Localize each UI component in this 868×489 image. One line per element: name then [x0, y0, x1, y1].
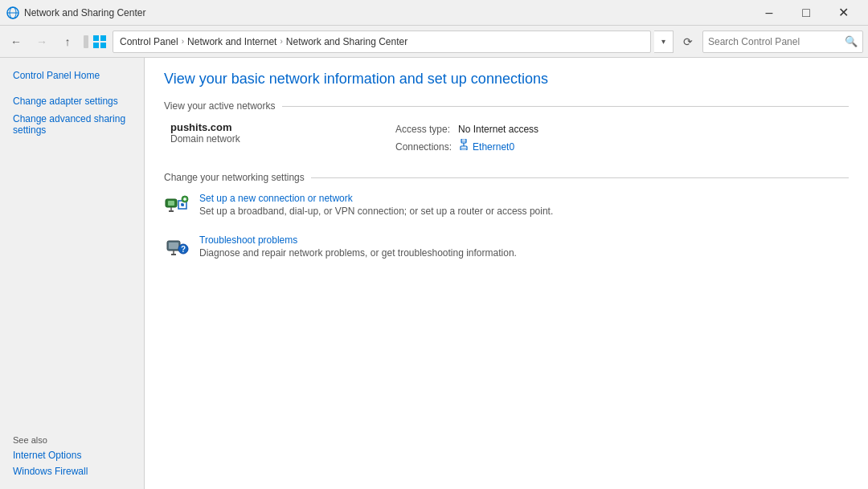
access-type-label: Access type:: [395, 121, 452, 139]
forward-button[interactable]: →: [31, 31, 53, 53]
svg-rect-19: [169, 210, 174, 212]
close-button[interactable]: ✕: [825, 0, 862, 26]
svg-text:?: ?: [181, 245, 186, 254]
sidebar-bottom: See also Internet Options Windows Firewa…: [0, 417, 144, 479]
network-right: Access type: Connections: No Internet ac…: [395, 121, 538, 156]
sidebar: Control Panel Home Change adapter settin…: [0, 58, 145, 489]
sidebar-top: Control Panel Home Change adapter settin…: [0, 67, 144, 138]
svg-rect-27: [169, 242, 178, 249]
maximize-button[interactable]: □: [788, 0, 825, 26]
window-controls: – □ ✕: [751, 0, 862, 26]
network-left: pushits.com Domain network: [170, 121, 395, 156]
sidebar-home-link[interactable]: Control Panel Home: [0, 67, 144, 84]
main-layout: Control Panel Home Change adapter settin…: [0, 58, 868, 489]
connections-label: Connections:: [395, 139, 452, 157]
troubleshoot-icon: ?: [164, 234, 190, 260]
network-name: pushits.com: [170, 121, 379, 133]
content-area: View your basic network information and …: [145, 58, 868, 489]
active-networks-header: View your active networks: [164, 100, 849, 112]
settings-item-troubleshoot: ? Troubleshoot problems Diagnose and rep…: [164, 234, 849, 260]
new-connection-desc: Set up a broadband, dial-up, or VPN conn…: [199, 206, 553, 217]
search-input[interactable]: [708, 36, 845, 47]
breadcrumb-network-internet[interactable]: Network and Internet: [187, 36, 276, 47]
sidebar-adapter-settings[interactable]: Change adapter settings: [0, 93, 144, 109]
section-divider-2: [311, 177, 849, 178]
svg-rect-29: [171, 254, 176, 255]
ethernet-icon: [458, 139, 469, 157]
title-bar: Network and Sharing Center – □ ✕: [0, 0, 868, 26]
network-labels: Access type: Connections:: [395, 121, 452, 156]
up-button[interactable]: ↑: [56, 31, 79, 53]
search-icon: 🔍: [845, 35, 858, 47]
back-button[interactable]: ←: [5, 31, 27, 53]
new-connection-icon: [164, 193, 190, 218]
active-networks-label: View your active networks: [164, 100, 276, 112]
sidebar-advanced-sharing[interactable]: Change advanced sharing settings: [0, 111, 144, 138]
svg-rect-6: [100, 43, 106, 48]
network-values: No Internet access: [458, 121, 538, 156]
minimize-button[interactable]: –: [751, 0, 788, 26]
troubleshoot-text: Troubleshoot problems Diagnose and repai…: [199, 234, 517, 259]
network-type: Domain network: [170, 133, 379, 145]
refresh-button[interactable]: ⟳: [677, 31, 699, 53]
sidebar-windows-firewall[interactable]: Windows Firewall: [0, 463, 144, 479]
ethernet-link-text[interactable]: Ethernet0: [473, 139, 514, 157]
connections-value[interactable]: Ethernet0: [458, 139, 538, 157]
network-info: pushits.com Domain network Access type: …: [164, 121, 849, 156]
svg-rect-4: [100, 35, 106, 41]
new-connection-text: Set up a new connection or network Set u…: [199, 193, 553, 217]
page-heading: View your basic network information and …: [164, 71, 849, 88]
settings-item-new-connection: Set up a new connection or network Set u…: [164, 193, 849, 218]
breadcrumb-control-panel[interactable]: Control Panel: [120, 36, 178, 47]
svg-rect-3: [93, 35, 99, 41]
new-connection-link[interactable]: Set up a new connection or network: [199, 193, 553, 204]
svg-rect-17: [168, 201, 174, 206]
search-box[interactable]: 🔍: [702, 31, 863, 53]
change-settings-label: Change your networking settings: [164, 172, 305, 183]
change-settings-header: Change your networking settings: [164, 172, 849, 183]
sidebar-internet-options[interactable]: Internet Options: [0, 447, 144, 463]
windows-logo-icon: [93, 35, 106, 48]
section-divider: [282, 106, 849, 107]
app-icon: [6, 6, 19, 19]
svg-rect-5: [93, 43, 99, 48]
troubleshoot-desc: Diagnose and repair network problems, or…: [199, 247, 517, 259]
troubleshoot-link[interactable]: Troubleshoot problems: [199, 234, 517, 246]
breadcrumb-current: Network and Sharing Center: [286, 36, 407, 47]
breadcrumb-bar[interactable]: Control Panel › Network and Internet › N…: [113, 31, 651, 53]
address-bar: ← → ↑ Control Panel › Network and Intern…: [0, 26, 868, 58]
see-also-label: See also: [0, 433, 144, 447]
title-bar-text: Network and Sharing Center: [24, 7, 751, 18]
breadcrumb-dropdown-button[interactable]: ▾: [654, 31, 674, 53]
access-type-value: No Internet access: [458, 121, 538, 139]
